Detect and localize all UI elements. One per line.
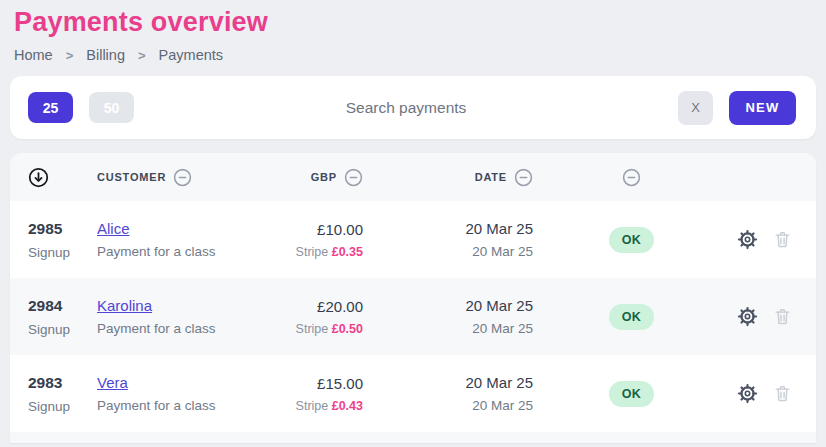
chevron-right-icon: >: [66, 48, 74, 63]
payment-date-secondary: 20 Mar 25: [472, 244, 533, 259]
customer-link[interactable]: Karolina: [97, 297, 152, 314]
breadcrumb: Home > Billing > Payments: [14, 47, 812, 63]
fee-provider: Stripe: [296, 322, 332, 336]
payment-id: 2985: [28, 220, 97, 238]
table-header-row: CUSTOMER GBP DATE: [10, 153, 816, 201]
fee-amount: £0.43: [332, 399, 363, 413]
customer-cell: Karolina Payment for a class: [97, 297, 288, 336]
amount-cell: £10.00 Stripe £0.35: [288, 221, 363, 259]
payment-type: Signup: [28, 245, 97, 260]
date-cell: 20 Mar 25 20 Mar 25: [363, 220, 533, 259]
table-row: 2983 Signup Vera Payment for a class £15…: [10, 355, 816, 432]
fee-line: Stripe £0.50: [296, 322, 363, 336]
payment-description: Payment for a class: [97, 244, 288, 259]
status-cell: OK: [533, 227, 730, 253]
payments-table: CUSTOMER GBP DATE: [10, 153, 816, 443]
payment-date-secondary: 20 Mar 25: [472, 398, 533, 413]
toolbar: 25 50 X NEW: [10, 76, 816, 139]
header-gbp-label: GBP: [311, 171, 337, 183]
circle-minus-icon[interactable]: [622, 168, 641, 187]
actions-cell: [730, 383, 792, 404]
header-status-cell: [533, 168, 730, 187]
header-customer-label: CUSTOMER: [97, 171, 166, 183]
date-cell: 20 Mar 25 20 Mar 25: [363, 297, 533, 336]
trash-icon[interactable]: [773, 384, 792, 403]
header-customer-cell: CUSTOMER: [97, 168, 288, 187]
id-cell: 2984 Signup: [28, 297, 97, 337]
next-row-partial: [10, 432, 816, 443]
id-cell: 2985 Signup: [28, 220, 97, 260]
page-size-25-button[interactable]: 25: [28, 92, 73, 123]
actions-cell: [730, 229, 792, 250]
amount-cell: £15.00 Stripe £0.43: [288, 375, 363, 413]
table-row: 2985 Signup Alice Payment for a class £1…: [10, 201, 816, 278]
actions-cell: [730, 306, 792, 327]
gear-icon[interactable]: [737, 229, 758, 250]
status-badge: OK: [609, 304, 654, 330]
id-cell: 2983 Signup: [28, 374, 97, 414]
payment-type: Signup: [28, 399, 97, 414]
payment-id: 2984: [28, 297, 97, 315]
fee-line: Stripe £0.35: [296, 245, 363, 259]
header-date-label: DATE: [475, 171, 507, 183]
customer-link[interactable]: Vera: [97, 374, 128, 391]
page-header: Payments overview Home > Billing > Payme…: [0, 0, 826, 63]
customer-cell: Alice Payment for a class: [97, 220, 288, 259]
payment-description: Payment for a class: [97, 398, 288, 413]
breadcrumb-payments[interactable]: Payments: [159, 47, 223, 63]
new-payment-button[interactable]: NEW: [729, 91, 796, 125]
status-cell: OK: [533, 381, 730, 407]
payment-amount: £15.00: [317, 375, 363, 392]
header-gbp-cell: GBP: [288, 168, 363, 187]
gear-icon[interactable]: [737, 383, 758, 404]
payment-date: 20 Mar 25: [465, 297, 533, 314]
gear-icon[interactable]: [737, 306, 758, 327]
fee-amount: £0.35: [332, 245, 363, 259]
trash-icon[interactable]: [773, 307, 792, 326]
fee-line: Stripe £0.43: [296, 399, 363, 413]
date-cell: 20 Mar 25 20 Mar 25: [363, 374, 533, 413]
payment-amount: £10.00: [317, 221, 363, 238]
status-badge: OK: [609, 381, 654, 407]
customer-link[interactable]: Alice: [97, 220, 130, 237]
clear-search-button[interactable]: X: [678, 91, 713, 125]
page-size-50-button[interactable]: 50: [89, 92, 134, 123]
payment-amount: £20.00: [317, 298, 363, 315]
page-title: Payments overview: [14, 7, 812, 38]
search-input[interactable]: [134, 99, 678, 117]
fee-provider: Stripe: [296, 399, 332, 413]
fee-provider: Stripe: [296, 245, 332, 259]
payment-date-secondary: 20 Mar 25: [472, 321, 533, 336]
payment-description: Payment for a class: [97, 321, 288, 336]
amount-cell: £20.00 Stripe £0.50: [288, 298, 363, 336]
circle-minus-icon[interactable]: [173, 168, 192, 187]
chevron-right-icon: >: [138, 48, 146, 63]
customer-cell: Vera Payment for a class: [97, 374, 288, 413]
circle-minus-icon[interactable]: [514, 168, 533, 187]
circle-arrow-down-icon[interactable]: [28, 167, 49, 188]
status-badge: OK: [609, 227, 654, 253]
payment-id: 2983: [28, 374, 97, 392]
header-sort-cell: [28, 167, 97, 188]
trash-icon[interactable]: [773, 230, 792, 249]
status-cell: OK: [533, 304, 730, 330]
circle-minus-icon[interactable]: [344, 168, 363, 187]
payment-type: Signup: [28, 322, 97, 337]
payment-date: 20 Mar 25: [465, 374, 533, 391]
payment-date: 20 Mar 25: [465, 220, 533, 237]
breadcrumb-home[interactable]: Home: [14, 47, 53, 63]
breadcrumb-billing[interactable]: Billing: [86, 47, 125, 63]
table-row: 2984 Signup Karolina Payment for a class…: [10, 278, 816, 355]
fee-amount: £0.50: [332, 322, 363, 336]
header-date-cell: DATE: [363, 168, 533, 187]
